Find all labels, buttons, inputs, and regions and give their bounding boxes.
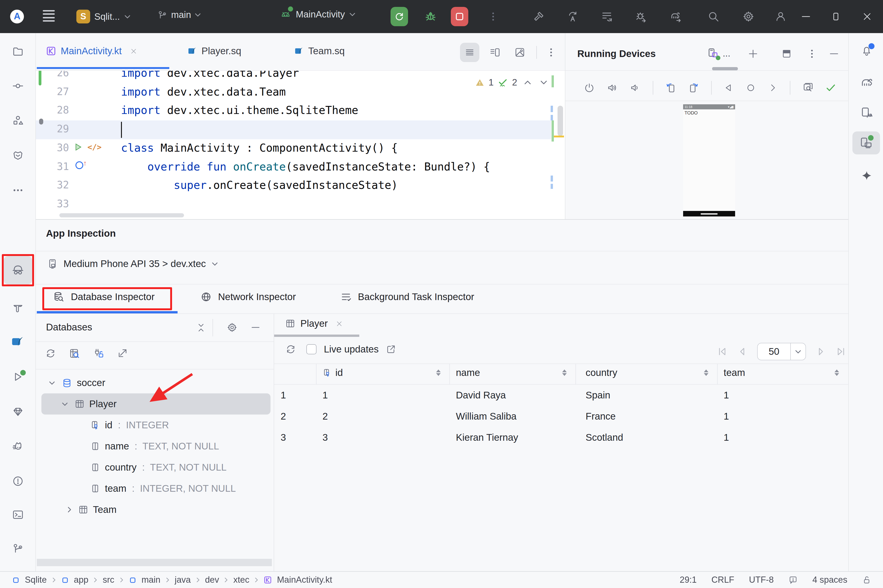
refresh-table-icon[interactable] — [285, 344, 296, 355]
add-device-icon[interactable] — [748, 48, 758, 59]
vcs-branch-selector[interactable]: main — [157, 10, 201, 20]
sync-list-icon[interactable] — [601, 10, 613, 22]
editor-scrollbar-thumb[interactable] — [558, 106, 563, 136]
sort-icon[interactable] — [835, 369, 839, 376]
table-row[interactable]: 3 3 Kieran Tiernay Scotland 1 — [274, 428, 849, 449]
notifications-bell-icon[interactable] — [861, 45, 872, 57]
git-tool-icon[interactable] — [12, 543, 24, 555]
sort-icon[interactable] — [562, 369, 567, 376]
firebase-tool-icon[interactable] — [12, 149, 24, 161]
hide-panel-icon[interactable] — [829, 48, 839, 59]
breadcrumb-item[interactable]: MainActivity.kt — [277, 575, 332, 585]
settings-gear-icon[interactable] — [743, 10, 754, 22]
commit-tool-icon[interactable] — [12, 80, 24, 92]
view-mode-code-selected[interactable] — [460, 43, 479, 62]
prev-problem-icon[interactable] — [524, 80, 531, 85]
android-home-icon[interactable] — [746, 83, 756, 93]
tab-player-sq[interactable]: Player.sq — [188, 33, 241, 69]
tree-item-column-id[interactable]: id : INTEGER — [36, 414, 274, 436]
resource-manager-icon[interactable] — [12, 302, 24, 314]
layout-inspector-icon[interactable] — [860, 106, 873, 119]
ai-assistant-icon[interactable] — [861, 170, 872, 182]
run-tool-icon[interactable] — [12, 371, 24, 383]
run-class-gutter-icon[interactable] — [74, 142, 83, 152]
tree-item-column-team[interactable]: team : INTEGER, NOT NULL — [36, 478, 274, 499]
breadcrumb-item[interactable]: src — [102, 575, 114, 585]
screenshot-icon[interactable] — [802, 82, 813, 93]
file-encoding[interactable]: UTF-8 — [749, 575, 774, 585]
page-size-dropdown[interactable]: 50 — [757, 343, 806, 360]
project-tool-icon[interactable] — [12, 45, 24, 57]
live-updates-checkbox[interactable] — [306, 344, 316, 354]
more-actions-icon[interactable] — [487, 11, 499, 22]
android-recents-icon[interactable] — [768, 83, 778, 93]
volume-down-icon[interactable] — [630, 82, 641, 93]
apply-changes-icon[interactable] — [567, 10, 579, 22]
indent-style[interactable]: 4 spaces — [812, 575, 847, 585]
hide-databases-icon[interactable] — [250, 322, 261, 333]
panel-options-icon[interactable] — [806, 48, 817, 59]
tab-team-sq[interactable]: Team.sq — [295, 33, 345, 69]
logcat-tool-icon[interactable] — [12, 441, 24, 453]
refresh-schema-icon[interactable] — [45, 348, 56, 359]
split-view-icon[interactable] — [489, 47, 501, 58]
structure-tool-icon[interactable] — [12, 114, 24, 126]
android-back-icon[interactable] — [724, 83, 734, 93]
run-query-icon[interactable] — [69, 348, 80, 359]
next-page-icon[interactable] — [815, 346, 826, 357]
split-panel-icon[interactable] — [782, 49, 792, 59]
rotate-right-icon[interactable] — [688, 82, 699, 93]
tab-network-inspector[interactable]: Network Inspector — [200, 291, 296, 302]
last-page-icon[interactable] — [835, 346, 847, 357]
breadcrumb-item[interactable]: main — [141, 575, 160, 585]
more-tools-icon[interactable] — [12, 184, 24, 196]
sort-icon[interactable] — [704, 369, 709, 376]
lock-open-icon[interactable] — [862, 575, 871, 585]
tab-mainactivity[interactable]: MainActivity.kt — [46, 33, 137, 69]
profile-avatar-icon[interactable] — [775, 10, 787, 22]
breadcrumb-item[interactable]: xtec — [233, 575, 250, 585]
tab-options-icon[interactable] — [546, 47, 557, 58]
breadcrumb-item[interactable]: dev — [205, 575, 219, 585]
prev-page-icon[interactable] — [737, 346, 748, 357]
running-devices-tool-selected[interactable] — [852, 131, 880, 154]
inspection-profile-icon[interactable] — [788, 575, 798, 585]
databases-settings-icon[interactable] — [227, 322, 238, 333]
column-header-team[interactable]: team — [724, 367, 745, 378]
gradle-sync-icon[interactable] — [670, 10, 682, 22]
tree-item-column-country[interactable]: country : TEXT, NOT NULL — [36, 457, 274, 478]
rerun-button[interactable] — [391, 7, 408, 26]
collapse-all-icon[interactable] — [196, 322, 206, 333]
device-ok-icon[interactable] — [825, 82, 836, 93]
table-row[interactable]: 2 2 William Saliba France 1 — [274, 407, 849, 428]
search-everywhere-icon[interactable] — [707, 10, 719, 22]
breadcrumb-item[interactable]: java — [175, 575, 191, 585]
line-separator[interactable]: CRLF — [712, 575, 734, 585]
sqlite-tool-icon[interactable] — [11, 336, 24, 351]
caret-position[interactable]: 29:1 — [680, 575, 697, 585]
results-tab-player[interactable]: Player — [285, 318, 343, 329]
apply-code-changes-icon[interactable] — [635, 10, 647, 22]
inspections-widget[interactable]: 1 2 — [475, 77, 548, 88]
stop-button[interactable] — [451, 7, 468, 26]
close-tab-icon[interactable] — [335, 320, 343, 327]
close-button[interactable] — [862, 12, 872, 22]
project-selector[interactable]: S Sqlit... — [76, 10, 131, 23]
open-in-new-icon[interactable] — [386, 344, 396, 354]
breadcrumb-item[interactable]: Sqlite — [25, 575, 47, 585]
editor-hscrollbar-thumb[interactable] — [59, 213, 184, 218]
column-header-country[interactable]: country — [585, 367, 617, 378]
next-problem-icon[interactable] — [540, 80, 548, 85]
maximize-button[interactable] — [831, 12, 841, 22]
column-header-id[interactable]: id — [322, 367, 343, 378]
emulator-screen[interactable]: 11:18 ▾◢▮ TODO — [683, 104, 735, 216]
terminal-tool-icon[interactable] — [12, 509, 24, 520]
dependencies-tool-icon[interactable] — [12, 406, 24, 418]
power-icon[interactable] — [584, 82, 595, 93]
databases-hscrollbar[interactable] — [37, 559, 272, 566]
design-view-icon[interactable] — [514, 47, 525, 58]
first-page-icon[interactable] — [717, 346, 728, 357]
code-editor[interactable]: 2627282930313233 </> ↑ import dev.xtec.d… — [36, 71, 565, 219]
volume-up-icon[interactable] — [607, 82, 618, 93]
tab-background-task-inspector[interactable]: Background Task Inspector — [340, 291, 474, 302]
